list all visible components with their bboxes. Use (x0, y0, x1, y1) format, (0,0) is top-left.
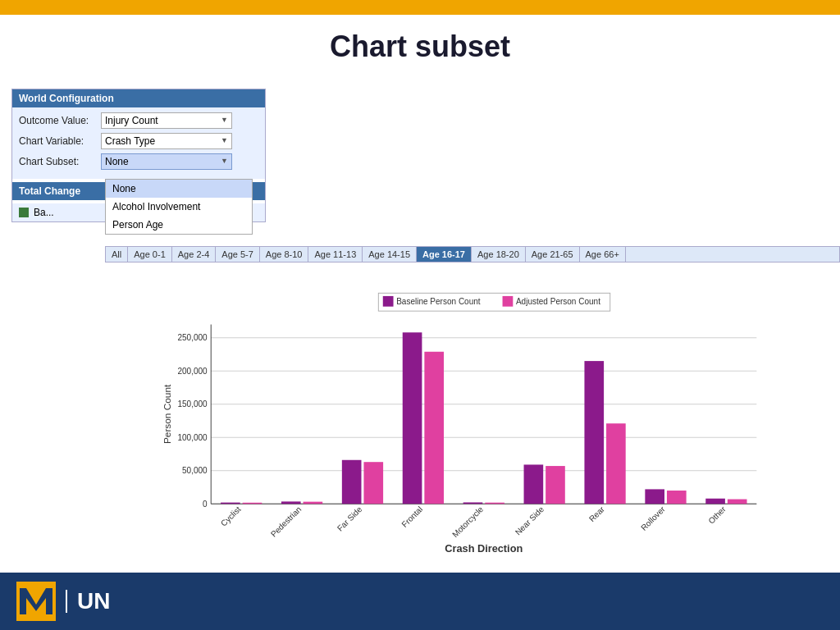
outcome-row: Outcome Value: Injury Count (19, 112, 258, 129)
svg-text:Crash Direction: Crash Direction (445, 542, 523, 555)
svg-rect-43 (383, 296, 394, 307)
svg-rect-30 (546, 466, 565, 504)
university-text: UN (66, 590, 110, 613)
chart-variable-label: Chart Variable: (19, 135, 101, 147)
svg-rect-29 (524, 464, 544, 504)
chart-svg: 050,000100,000150,000200,000250,000Cycli… (107, 287, 824, 556)
dropdown-item-none[interactable]: None (106, 180, 252, 198)
svg-rect-36 (667, 491, 687, 504)
bottom-bar: UN (0, 573, 840, 630)
svg-text:200,000: 200,000 (177, 367, 208, 376)
baseline-color-swatch (19, 208, 29, 217)
svg-text:Motorcycle: Motorcycle (450, 504, 485, 539)
svg-text:0: 0 (203, 500, 208, 509)
svg-text:Person Count: Person Count (162, 384, 173, 444)
chart-variable-select-wrapper: Crash Type (101, 133, 232, 149)
age-tab-age-2-4[interactable]: Age 2-4 (172, 247, 217, 262)
svg-rect-20 (342, 460, 362, 504)
outcome-select[interactable]: Injury Count (101, 112, 232, 129)
svg-text:Frontal: Frontal (399, 504, 424, 529)
university-m-logo (16, 582, 56, 621)
svg-rect-14 (221, 503, 240, 504)
svg-rect-26 (463, 502, 483, 504)
age-tabs: AllAge 0-1Age 2-4Age 5-7Age 8-10Age 11-1… (105, 246, 840, 262)
age-tab-age-8-10[interactable]: Age 8-10 (260, 247, 309, 262)
age-tab-age-66+[interactable]: Age 66+ (580, 247, 626, 262)
config-body: Outcome Value: Injury Count Chart Variab… (12, 107, 265, 179)
chart-container: 050,000100,000150,000200,000250,000Cycli… (107, 287, 824, 556)
age-tab-age-21-65[interactable]: Age 21-65 (526, 247, 580, 262)
chart-variable-row: Chart Variable: Crash Type (19, 133, 258, 149)
age-tab-age-0-1[interactable]: Age 0-1 (128, 247, 172, 262)
chart-subset-row: Chart Subset: None (19, 153, 258, 170)
chart-subset-select[interactable]: None (101, 153, 232, 170)
svg-rect-21 (363, 462, 383, 504)
svg-rect-27 (485, 503, 504, 504)
chart-variable-select[interactable]: Crash Type (101, 133, 232, 149)
svg-rect-32 (584, 361, 604, 504)
svg-rect-38 (705, 499, 725, 504)
svg-text:Other: Other (706, 504, 728, 526)
svg-text:Near Side: Near Side (514, 504, 546, 537)
svg-text:100,000: 100,000 (177, 433, 208, 442)
svg-rect-33 (606, 423, 626, 504)
outcome-select-wrapper: Injury Count (101, 112, 232, 129)
page-title: Chart subset (0, 15, 840, 72)
svg-rect-15 (243, 503, 262, 504)
age-tab-all[interactable]: All (106, 247, 128, 262)
svg-rect-17 (281, 501, 301, 504)
svg-text:250,000: 250,000 (177, 333, 208, 342)
age-tab-age-11-13[interactable]: Age 11-13 (308, 247, 363, 262)
svg-text:150,000: 150,000 (177, 399, 208, 409)
age-tab-age-16-17[interactable]: Age 16-17 (417, 247, 472, 262)
chart-subset-select-wrapper: None (101, 153, 232, 170)
svg-rect-23 (403, 332, 422, 504)
svg-rect-35 (645, 489, 664, 504)
svg-text:50,000: 50,000 (182, 466, 208, 475)
svg-rect-39 (728, 500, 747, 504)
age-tab-age-5-7[interactable]: Age 5-7 (216, 247, 260, 262)
svg-rect-24 (424, 352, 444, 504)
svg-text:Adjusted Person Count: Adjusted Person Count (516, 297, 600, 306)
chart-subset-dropdown: None Alcohol Involvement Person Age (105, 179, 253, 235)
dropdown-item-alcohol[interactable]: Alcohol Involvement (106, 198, 252, 216)
age-tab-age-14-15[interactable]: Age 14-15 (363, 247, 417, 262)
config-header: World Configuration (12, 89, 265, 107)
svg-text:Cyclist: Cyclist (219, 504, 243, 528)
svg-text:Far Side: Far Side (336, 504, 364, 533)
svg-text:Pedestrian: Pedestrian (269, 504, 304, 539)
baseline-label: Ba... (34, 207, 54, 218)
age-tab-age-18-20[interactable]: Age 18-20 (472, 247, 526, 262)
svg-text:Rear: Rear (587, 504, 607, 524)
svg-text:Rollover: Rollover (639, 504, 667, 532)
top-bar (0, 0, 840, 15)
svg-rect-18 (304, 502, 323, 504)
chart-subset-label: Chart Subset: (19, 156, 101, 167)
dropdown-item-person-age[interactable]: Person Age (106, 216, 252, 234)
outcome-label: Outcome Value: (19, 115, 101, 126)
svg-rect-45 (503, 296, 514, 307)
svg-text:Baseline Person Count: Baseline Person Count (396, 297, 481, 306)
